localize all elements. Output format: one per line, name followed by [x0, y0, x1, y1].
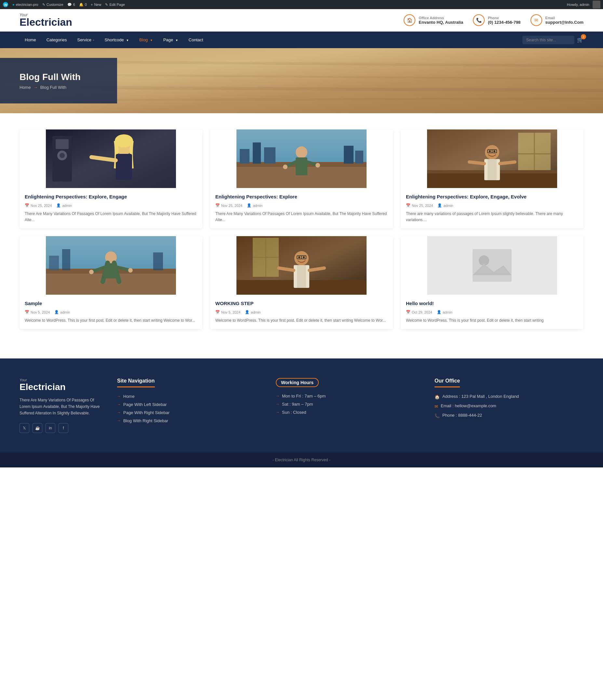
arrow-icon: →	[117, 394, 121, 398]
footer-nav-blog[interactable]: → Blog With Right Sidebar	[117, 418, 266, 423]
site-name-link[interactable]: ● electrician-pro	[12, 3, 39, 6]
svg-line-45	[500, 162, 515, 164]
footer-logo-main: Electrician	[20, 382, 104, 392]
nav-link-shortcode[interactable]: Shortcode ▼	[100, 31, 134, 48]
svg-rect-51	[153, 252, 163, 270]
nav-item-contact[interactable]: Contact	[183, 31, 208, 48]
edit-page-link[interactable]: ✎ Edit Page	[105, 3, 125, 7]
wp-logo-link[interactable]: W	[3, 2, 8, 7]
footer-office-list: 🏠 Address : 123 Pal Mall , London Englan…	[434, 394, 583, 418]
svg-point-28	[283, 165, 287, 169]
arrow-icon: →	[276, 402, 279, 406]
svg-rect-72	[473, 249, 511, 282]
svg-text:W: W	[4, 3, 8, 7]
footer-links-grid: Site Navigation → Home → Page With Left …	[117, 378, 583, 433]
admin-bar: W ● electrician-pro ✎ Customize 💬 6 🔔 0 …	[0, 0, 603, 9]
search-input[interactable]	[522, 36, 574, 44]
nav-item-home[interactable]: Home	[20, 31, 41, 48]
footer-hours-sunday: → Sun : Closed	[276, 410, 425, 415]
office-address-item: 🏠 Office Address Envanto HQ, Australia	[404, 14, 463, 26]
header-contact-info: 🏠 Office Address Envanto HQ, Australia 📞…	[404, 14, 583, 26]
nav-item-service[interactable]: Service ▾	[72, 31, 100, 48]
svg-rect-49	[49, 256, 59, 270]
svg-rect-68	[297, 265, 306, 288]
footer-nav-home[interactable]: → Home	[117, 394, 266, 399]
card-image-4	[20, 236, 202, 295]
breadcrumb-home-link[interactable]: Home	[20, 85, 31, 90]
footer-social: 𝕏 ☕ in f	[20, 423, 104, 433]
calendar-icon: 📅	[215, 310, 220, 314]
svg-rect-25	[296, 157, 307, 175]
user-icon: 👤	[437, 310, 441, 314]
svg-rect-14	[116, 154, 132, 180]
banner-title: Blog Full With	[20, 72, 98, 82]
footer-address: 🏠 Address : 123 Pal Mall , London Englan…	[434, 394, 583, 399]
footer-nav-left-sidebar[interactable]: → Page With Left Sidebar	[117, 402, 266, 407]
footer-hours-list: → Mon to Fri : 7am – 6pm → Sat : 9am – 7…	[276, 394, 425, 415]
footer-email[interactable]: ✉ Email : hellow@example.com	[434, 403, 583, 409]
blog-card: Hello world! 📅 Oct 29, 2024 👤 admin Welc…	[401, 236, 583, 329]
messages-link[interactable]: 🔔 0	[79, 3, 87, 7]
nav-link-service[interactable]: Service ▾	[72, 31, 100, 48]
user-icon: 👤	[437, 203, 442, 207]
card-excerpt-6: Welcome to WordPress. This is your first…	[406, 318, 578, 324]
admin-avatar[interactable]	[593, 1, 600, 8]
blog-card: Enlightening Perspectives: Explore, Enga…	[20, 129, 202, 228]
card-body-4: Sample 📅 Nov 5, 2024 👤 admin Welcome to …	[20, 295, 202, 329]
customize-link[interactable]: ✎ Customize	[42, 3, 64, 7]
email-item: ✉ Email support@Info.Com	[530, 14, 583, 26]
card-author-2: 👤 admin	[247, 203, 262, 207]
blog-card: Enlightening Perspectives: Explore, Enga…	[401, 129, 583, 228]
svg-point-24	[296, 146, 307, 158]
comments-link[interactable]: 💬 6	[67, 3, 75, 7]
calendar-icon: 📅	[215, 203, 220, 207]
linkedin-link[interactable]: in	[46, 423, 55, 433]
nav-link-blog[interactable]: Blog ▼	[134, 31, 158, 48]
instagram-link[interactable]: ☕	[32, 423, 42, 433]
nav-item-shortcode[interactable]: Shortcode ▼	[100, 31, 134, 48]
footer-logo[interactable]: Your Electrician	[20, 378, 104, 392]
card-excerpt-3: There are many variations of passages of…	[406, 211, 578, 223]
svg-rect-50	[62, 249, 70, 270]
footer-nav-right-sidebar[interactable]: → Page With Right Sidebar	[117, 410, 266, 415]
new-content-link[interactable]: + New	[91, 3, 101, 6]
site-footer: Your Electrician There Are Many Variatio…	[0, 358, 603, 452]
card-title-1: Enlightening Perspectives: Explore, Enga…	[25, 193, 197, 200]
card-body-6: Hello world! 📅 Oct 29, 2024 👤 admin Welc…	[401, 295, 583, 329]
calendar-icon: 📅	[406, 203, 410, 207]
svg-rect-23	[355, 151, 363, 164]
nav-link-categories[interactable]: Categories	[41, 31, 72, 48]
svg-rect-43	[487, 159, 497, 180]
svg-rect-9	[56, 139, 69, 149]
card-meta-2: 📅 Nov 25, 2024 👤 admin	[215, 203, 388, 207]
site-header: Your Electrician 🏠 Office Address Envant…	[0, 9, 603, 31]
email-value: support@Info.Com	[546, 20, 583, 25]
facebook-link[interactable]: f	[58, 423, 68, 433]
footer-main-grid: Your Electrician There Are Many Variatio…	[20, 378, 583, 433]
nav-item-page[interactable]: Page ▼	[158, 31, 183, 48]
nav-item-categories[interactable]: Categories	[41, 31, 72, 48]
card-body-1: Enlightening Perspectives: Explore, Enga…	[20, 188, 202, 228]
footer-phone[interactable]: 📞 Phone : 8888-444-22	[434, 413, 583, 418]
card-title-4: Sample	[25, 300, 197, 307]
card-date-3: 📅 Nov 25, 2024	[406, 203, 433, 207]
footer-description: There Are Many Variations Of Passages Of…	[20, 397, 104, 417]
nav-link-page[interactable]: Page ▼	[158, 31, 183, 48]
nav-link-contact[interactable]: Contact	[183, 31, 208, 48]
svg-point-63	[298, 256, 300, 258]
footer-office-col: Our Office 🏠 Address : 123 Pal Mall , Lo…	[434, 378, 583, 433]
footer-logo-your: Your	[20, 378, 104, 382]
nav-link-home[interactable]: Home	[20, 31, 41, 48]
twitter-link[interactable]: 𝕏	[20, 423, 29, 433]
phone-label: Phone	[488, 16, 520, 20]
card-image-2	[210, 129, 393, 188]
svg-point-29	[316, 163, 320, 168]
nav-item-blog[interactable]: Blog ▼	[134, 31, 158, 48]
svg-rect-21	[264, 147, 275, 164]
user-icon: 👤	[56, 203, 61, 207]
card-date-6: 📅 Oct 29, 2024	[406, 310, 432, 314]
blog-card: WORKING STEP 📅 Nov 5, 2024 👤 admin Welco…	[210, 236, 393, 329]
footer-bottom: - Electrician All Rights Reserved -	[0, 452, 603, 468]
site-logo[interactable]: Your Electrician	[20, 13, 72, 27]
svg-line-70	[309, 268, 324, 270]
